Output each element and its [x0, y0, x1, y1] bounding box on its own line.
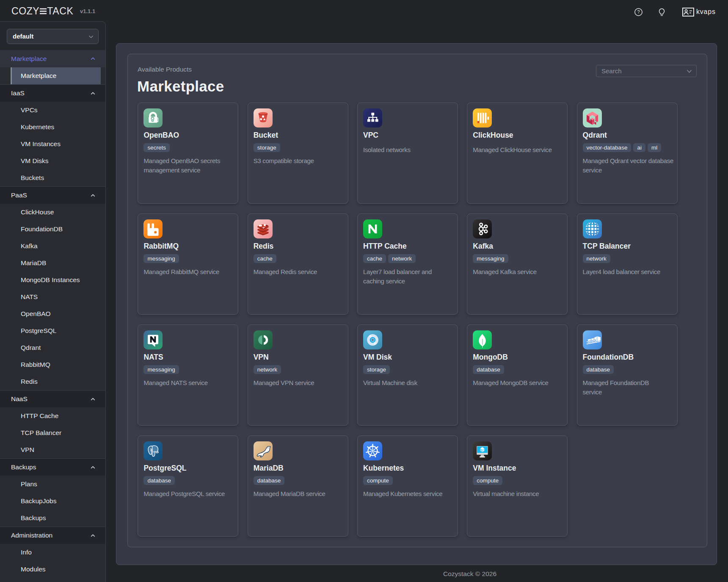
svg-text:?: ? — [637, 9, 640, 14]
